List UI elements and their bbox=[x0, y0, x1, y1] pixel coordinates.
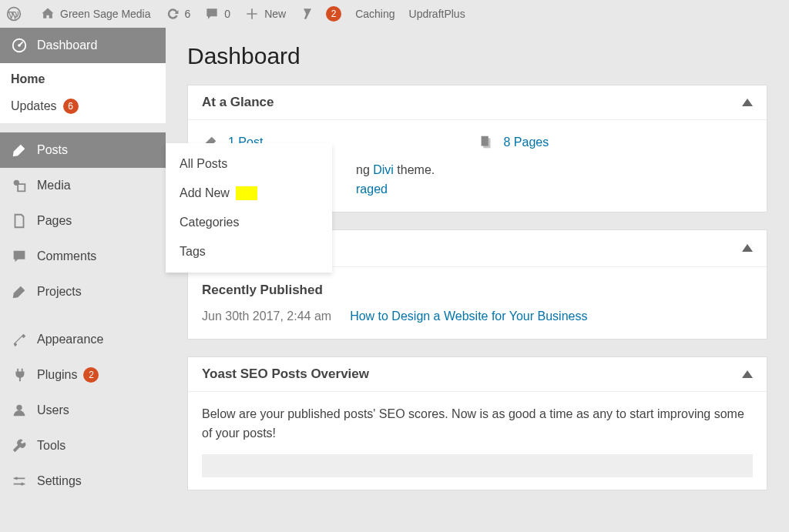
menu-dashboard[interactable]: Dashboard bbox=[0, 28, 166, 63]
menu-plugins[interactable]: Plugins2 bbox=[0, 357, 166, 393]
menu-tools[interactable]: Tools bbox=[0, 428, 166, 463]
updates-link[interactable]: 6 bbox=[165, 6, 191, 22]
menu-media[interactable]: Media bbox=[0, 168, 166, 203]
new-link[interactable]: New bbox=[244, 6, 286, 22]
menu-pages[interactable]: Pages bbox=[0, 203, 166, 239]
yoast-panel: Yoast SEO Posts Overview Below are your … bbox=[187, 356, 767, 490]
highlight-marker bbox=[236, 186, 257, 200]
menu-settings[interactable]: Settings bbox=[0, 463, 166, 499]
posts-flyout: All Posts Add New Categories Tags bbox=[166, 143, 332, 273]
collapse-icon[interactable] bbox=[742, 370, 753, 378]
yoast-description: Below are your published posts' SEO scor… bbox=[202, 404, 753, 443]
recently-published-heading: Recently Published bbox=[202, 279, 753, 300]
svg-point-4 bbox=[16, 405, 22, 410]
yoast-link[interactable]: 2 bbox=[300, 6, 341, 22]
menu-comments[interactable]: Comments bbox=[0, 239, 166, 274]
updraft-link[interactable]: UpdraftPlus bbox=[409, 8, 465, 20]
glance-pages[interactable]: 8 Pages bbox=[478, 132, 754, 152]
svg-point-6 bbox=[21, 483, 24, 486]
menu-users[interactable]: Users bbox=[0, 393, 166, 428]
submenu-updates[interactable]: Updates6 bbox=[0, 92, 166, 120]
recent-post-link[interactable]: How to Design a Website for Your Busines… bbox=[350, 309, 587, 323]
flyout-add-new[interactable]: Add New bbox=[166, 179, 332, 208]
menu-projects[interactable]: Projects bbox=[0, 274, 166, 309]
menu-appearance[interactable]: Appearance bbox=[0, 322, 166, 357]
comments-link[interactable]: 0 bbox=[204, 6, 230, 22]
wp-logo-icon[interactable] bbox=[6, 6, 26, 22]
submenu-home[interactable]: Home bbox=[0, 66, 166, 92]
svg-point-5 bbox=[15, 477, 18, 480]
flyout-categories[interactable]: Categories bbox=[166, 208, 332, 237]
caching-link[interactable]: Caching bbox=[355, 8, 394, 20]
post-date: Jun 30th 2017, 2:44 am bbox=[202, 309, 331, 323]
menu-posts[interactable]: Posts bbox=[0, 132, 166, 168]
page-title: Dashboard bbox=[187, 43, 767, 69]
collapse-icon[interactable] bbox=[742, 244, 753, 252]
yoast-bar bbox=[202, 454, 753, 477]
flyout-all-posts[interactable]: All Posts bbox=[166, 149, 332, 179]
collapse-icon[interactable] bbox=[742, 99, 753, 106]
svg-point-2 bbox=[18, 44, 21, 47]
flyout-tags[interactable]: Tags bbox=[166, 237, 332, 266]
site-link[interactable]: Green Sage Media bbox=[40, 6, 151, 22]
